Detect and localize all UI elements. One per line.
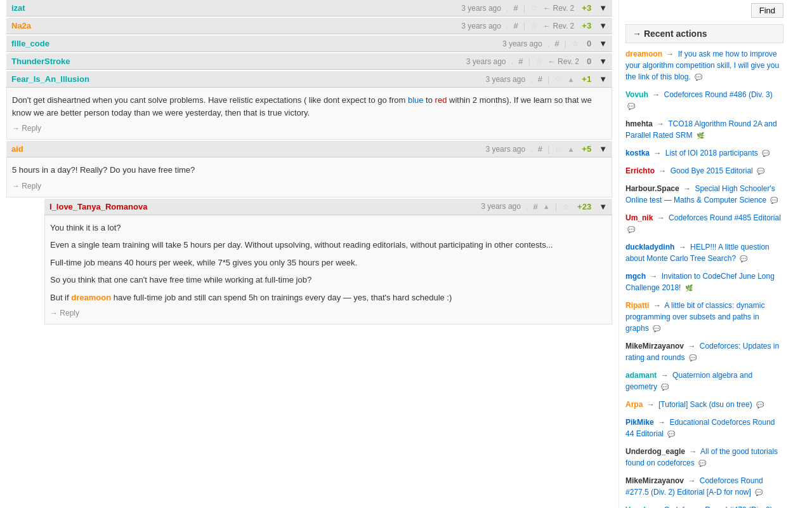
- comment-body: Don't get disheartned when you cant solv…: [6, 88, 612, 140]
- comment-username[interactable]: Fear_Is_An_Illusion: [11, 74, 89, 84]
- comment-text: Don't get disheartned when you cant solv…: [12, 94, 606, 119]
- action-arrow: →: [653, 149, 661, 157]
- star-icon[interactable]: ☆: [530, 21, 538, 30]
- action-link[interactable]: List of IOI 2018 participants: [665, 149, 758, 157]
- action-icon: 💬: [689, 354, 697, 361]
- action-item: Vovuh → Codeforces Round #486 (Div. 3) 💬: [625, 89, 783, 112]
- comment-header: Na2a 3 years ago , # | ☆ ← Rev. 2 +3 ▼: [6, 18, 612, 34]
- inline-highlight: red: [435, 95, 447, 105]
- star-icon[interactable]: ☆: [530, 3, 538, 13]
- rev-info: ← Rev. 2: [548, 57, 579, 66]
- comment-username[interactable]: I_love_Tanya_Romanova: [49, 202, 147, 211]
- comment-text-3: Full-time job means 40 hours per week, w…: [50, 257, 606, 269]
- comment-username[interactable]: Na2a: [11, 21, 31, 30]
- comment-time: 3 years ago: [466, 57, 506, 66]
- action-arrow: →: [688, 476, 695, 485]
- thumb-up-icon: ▲: [543, 203, 550, 210]
- comment-username[interactable]: aid: [11, 144, 23, 154]
- action-icon: 💬: [757, 168, 764, 175]
- comment-header-left: Na2a: [11, 21, 31, 30]
- comment-header-left: I_love_Tanya_Romanova: [49, 202, 147, 211]
- comment-block: ThunderStroke 3 years ago , # | ☆ ← Rev.…: [6, 53, 612, 70]
- comment-username[interactable]: ThunderStroke: [11, 57, 70, 66]
- vote-section: ▼: [599, 21, 607, 30]
- find-button[interactable]: Find: [751, 3, 783, 18]
- action-item: hmehta → TCO18 Algorithm Round 2A and Pa…: [625, 118, 783, 141]
- action-user-link[interactable]: Errichto: [625, 166, 655, 175]
- hash-icon[interactable]: #: [538, 144, 542, 154]
- action-item: PikMike → Educational Codeforces Round 4…: [625, 417, 783, 439]
- action-user-link[interactable]: PikMike: [625, 418, 654, 427]
- comment-header: ThunderStroke 3 years ago , # | ☆ ← Rev.…: [6, 53, 612, 70]
- action-item: dreamoon → If you ask me how to improve …: [625, 48, 783, 83]
- action-user-link[interactable]: Arpa: [625, 400, 643, 409]
- comment-header: fille_code 3 years ago , # | ☆ 0 ▼: [6, 36, 612, 52]
- divider2: |: [555, 202, 557, 211]
- recent-actions-label: → Recent actions: [632, 29, 707, 39]
- action-user-link[interactable]: Vovuh: [625, 90, 648, 99]
- action-user-link[interactable]: Vovuh: [625, 505, 648, 508]
- action-link[interactable]: Invitation to CodeChef June Long Challen…: [625, 272, 775, 292]
- action-link[interactable]: [Tutorial] Sack (dsu on tree): [658, 400, 752, 409]
- action-icon: 💬: [695, 74, 702, 81]
- action-link[interactable]: Good Bye 2015 Editorial: [671, 166, 753, 175]
- comment-time: 3 years ago: [502, 39, 542, 48]
- action-arrow: →: [652, 90, 660, 99]
- comment-header-right: 3 years ago , # | ☆ ← Rev. 2 0 ▼: [466, 56, 607, 67]
- action-icon: 💬: [661, 384, 669, 391]
- comment-reply-section: → Reply: [12, 182, 606, 190]
- action-user-link[interactable]: Underdog_eagle: [625, 447, 685, 456]
- action-user-link[interactable]: dreamoon: [625, 50, 662, 58]
- action-user-link[interactable]: hmehta: [625, 119, 653, 128]
- action-user-link[interactable]: Harbour.Space: [625, 184, 679, 193]
- action-user-link[interactable]: adamant: [625, 371, 657, 380]
- action-item: adamant → Quaternion algebra and geometr…: [625, 370, 783, 392]
- comment-username[interactable]: izat: [11, 3, 25, 13]
- action-icon: 💬: [627, 103, 635, 110]
- reply-link[interactable]: Reply: [22, 182, 41, 190]
- rev-info: ← Rev. 2: [543, 4, 574, 13]
- action-user-link[interactable]: Ripatti: [625, 301, 649, 310]
- star-icon[interactable]: ☆: [535, 57, 543, 66]
- inline-user-link[interactable]: dreamoon: [71, 293, 111, 302]
- hash-icon[interactable]: #: [518, 57, 523, 66]
- action-user-link[interactable]: duckladydinh: [625, 243, 674, 251]
- action-item: Underdog_eagle → All of the good tutoria…: [625, 446, 783, 469]
- hash-icon[interactable]: #: [538, 74, 542, 84]
- action-arrow: →: [658, 166, 666, 175]
- divider: ,: [506, 21, 509, 30]
- comment-block: izat 3 years ago , # | ☆ ← Rev. 2 +3 ▼: [6, 0, 612, 17]
- action-user-link[interactable]: kostka: [625, 149, 650, 157]
- comment-block: fille_code 3 years ago , # | ☆ 0 ▼: [6, 36, 612, 52]
- comment-block-nested: I_love_Tanya_Romanova 3 years ago , # ▲ …: [44, 199, 612, 325]
- action-link[interactable]: Codeforces Round #486 (Div. 3): [664, 90, 772, 99]
- action-user-link[interactable]: MikeMirzayanov: [625, 476, 684, 485]
- action-arrow: →: [679, 243, 686, 251]
- action-user-link[interactable]: MikeMirzayanov: [625, 342, 684, 351]
- comment-header-left: Fear_Is_An_Illusion: [11, 74, 89, 84]
- action-link[interactable]: Codeforces Round #485 Editorial: [669, 213, 781, 222]
- recent-actions-list: dreamoon → If you ask me how to improve …: [625, 48, 783, 508]
- action-item: Arpa → [Tutorial] Sack (dsu on tree) 💬: [625, 399, 783, 410]
- reply-link[interactable]: Reply: [22, 124, 41, 133]
- comment-username[interactable]: fille_code: [11, 39, 49, 48]
- hash-icon[interactable]: #: [534, 202, 538, 211]
- hash-icon[interactable]: #: [514, 21, 518, 30]
- action-user-link[interactable]: Um_nik: [625, 213, 653, 222]
- action-user-link[interactable]: mgch: [625, 272, 646, 281]
- comment-text-5: But if dreamoon have full-time job and s…: [50, 291, 606, 304]
- star-icon[interactable]: ☆: [554, 74, 562, 84]
- star-icon[interactable]: ☆: [562, 202, 570, 211]
- star-icon[interactable]: ☆: [554, 144, 562, 154]
- comment-header-right: 3 years ago , # | ☆ ▲ +1 ▼: [485, 74, 607, 84]
- main-content: izat 3 years ago , # | ☆ ← Rev. 2 +3 ▼ N…: [0, 0, 619, 508]
- hash-icon[interactable]: #: [514, 3, 518, 13]
- hash-icon[interactable]: #: [554, 39, 559, 48]
- vote-section: ▼: [599, 202, 607, 211]
- reply-link[interactable]: Reply: [60, 309, 79, 318]
- action-icon: 💬: [770, 197, 778, 204]
- action-arrow: →: [683, 184, 691, 193]
- score-badge: +5: [579, 144, 594, 154]
- action-icon: 💬: [755, 489, 763, 496]
- star-icon[interactable]: ☆: [572, 39, 579, 48]
